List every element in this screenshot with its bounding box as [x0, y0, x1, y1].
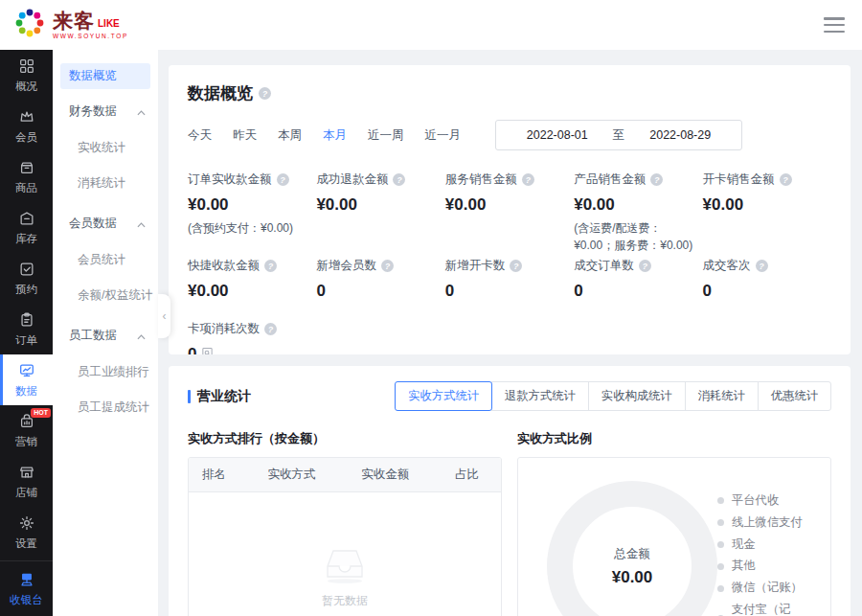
stat-value: 0 — [574, 282, 692, 301]
sidebar-item-products[interactable]: 商品 — [0, 151, 53, 202]
sidebar-item-orders[interactable]: 订单 — [0, 304, 53, 354]
date-tab-today[interactable]: 今天 — [188, 127, 212, 144]
app-window: 来客 LIKE WWW.SOYUN.TOP 概况 会员 商品 — [0, 0, 862, 616]
sidebar-item-label: 库存 — [15, 232, 37, 246]
legend-item[interactable]: 平台代收 — [717, 492, 809, 510]
chevron-up-icon — [137, 217, 146, 231]
legend-item[interactable]: 微信（记账） — [717, 580, 809, 597]
date-range-separator: 至 — [613, 127, 625, 144]
help-icon[interactable]: ? — [381, 260, 394, 272]
help-icon[interactable]: ? — [756, 260, 768, 272]
legend-item[interactable]: 现金 — [717, 536, 809, 554]
subnav-item-label: 员工业绩排行 — [78, 365, 149, 378]
business-stats-card: 营业统计 实收方式统计 退款方式统计 实收构成统计 消耗统计 优惠统计 实收方式… — [169, 366, 851, 616]
sidebar-item-overview[interactable]: 概况 — [0, 50, 53, 101]
legend-dot — [717, 541, 724, 548]
stat-label: 成交订单数 — [574, 258, 634, 274]
legend-label: 支付宝（记账） — [732, 602, 809, 616]
proportion-title: 实收方式比例 — [517, 430, 831, 447]
legend-label: 其他 — [732, 558, 756, 575]
donut-chart: 总金额 ¥0.00 — [547, 481, 717, 616]
logo-website: WWW.SOYUN.TOP — [53, 34, 128, 40]
sidebar-item-data[interactable]: 数据 — [0, 354, 53, 405]
tab-discount-stats[interactable]: 优惠统计 — [758, 381, 831, 411]
subnav-item-staff-commission[interactable]: 员工提成统计 — [53, 390, 158, 425]
subnav-group-staff[interactable]: 员工数据 — [53, 317, 158, 354]
legend-label: 现金 — [732, 536, 756, 554]
legend-item[interactable]: 其他 — [717, 558, 809, 575]
donut-center-label: 总金额 — [614, 546, 650, 562]
date-tab-yesterday[interactable]: 昨天 — [233, 127, 257, 144]
date-range-picker[interactable]: 2022-08-01 至 2022-08-29 — [495, 120, 742, 150]
stat-label: 成交客次 — [703, 258, 751, 274]
tab-receipt-method-stats[interactable]: 实收方式统计 — [395, 381, 492, 411]
logo-link[interactable]: 来客 LIKE WWW.SOYUN.TOP — [13, 7, 128, 43]
sidebar-item-label: 概况 — [15, 80, 37, 94]
sidebar-item-marketing[interactable]: HOT 营销 — [0, 405, 53, 456]
help-icon[interactable]: ? — [522, 173, 534, 186]
view-detail-icon[interactable] — [201, 345, 214, 354]
legend-item[interactable]: 支付宝（记账） — [717, 602, 809, 616]
subnav-group-finance[interactable]: 财务数据 — [53, 93, 158, 130]
chevron-up-icon — [137, 105, 146, 119]
gear-icon — [18, 514, 35, 534]
date-tab-last-week[interactable]: 近一周 — [368, 127, 404, 144]
help-icon[interactable]: ? — [639, 260, 651, 272]
help-icon[interactable]: ? — [277, 173, 289, 186]
sidebar-item-shop[interactable]: 店铺 — [0, 456, 53, 507]
calendar-check-icon — [18, 261, 35, 280]
collapse-arrow-icon: ‹ — [163, 309, 167, 323]
sidebar-collapse-handle[interactable]: ‹ — [158, 294, 170, 338]
empty-text: 暂无数据 — [322, 593, 368, 609]
menu-hamburger-icon[interactable] — [824, 17, 845, 33]
help-icon[interactable]: ? — [780, 173, 792, 186]
date-range-start[interactable]: 2022-08-01 — [527, 128, 588, 142]
stats-row-1: 订单实收款金额? ¥0.00 (含预约支付：¥0.00) 成功退款金额? ¥0.… — [188, 171, 831, 254]
sidebar-item-cashier[interactable]: 收银台 — [0, 561, 53, 616]
subnav-item-staff-rank[interactable]: 员工业绩排行 — [53, 354, 158, 390]
stat-value: ¥0.00 — [316, 195, 435, 215]
sidebar-bottom: 收银台 — [0, 560, 53, 616]
sidebar-item-booking[interactable]: 预约 — [0, 253, 53, 304]
primary-sidebar: 概况 会员 商品 库存 预约 订单 — [0, 50, 53, 616]
date-tab-last-month[interactable]: 近一月 — [425, 127, 462, 144]
help-icon[interactable]: ? — [264, 323, 277, 335]
top-header: 来客 LIKE WWW.SOYUN.TOP — [0, 0, 862, 50]
date-tab-this-month[interactable]: 本月 — [323, 127, 347, 144]
stats-row-3: 卡项消耗次数? 0 — [188, 321, 831, 354]
sidebar-item-members[interactable]: 会员 — [0, 101, 53, 151]
logo-pinwheel-icon — [13, 7, 46, 43]
subnav-item-balance-stats[interactable]: 余额/权益统计 — [53, 278, 158, 313]
subnav-item-label: 数据概览 — [69, 68, 117, 84]
sidebar-item-label: 会员 — [15, 130, 37, 145]
date-range-end[interactable]: 2022-08-29 — [649, 128, 711, 142]
sidebar-item-settings[interactable]: 设置 — [0, 507, 53, 558]
stat-deal-visits: 成交客次? 0 — [703, 258, 831, 308]
tab-receipt-composition-stats[interactable]: 实收构成统计 — [588, 381, 686, 411]
subnav-item-receipt-stats[interactable]: 实收统计 — [53, 130, 158, 166]
stat-new-cards: 新增开卡数? 0 — [445, 258, 574, 308]
tab-consume-stats[interactable]: 消耗统计 — [685, 381, 759, 411]
date-tab-this-week[interactable]: 本周 — [278, 127, 302, 144]
legend-label: 线上微信支付 — [732, 514, 803, 532]
help-icon[interactable]: ? — [510, 260, 522, 272]
help-icon[interactable]: ? — [264, 260, 277, 272]
subnav-item-data-overview[interactable]: 数据概览 — [60, 63, 150, 89]
subnav-group-members[interactable]: 会员数据 — [53, 205, 158, 242]
logo-name-en: LIKE — [98, 19, 120, 31]
help-icon[interactable]: ? — [393, 173, 405, 186]
sidebar-item-inventory[interactable]: 库存 — [0, 202, 53, 253]
stat-value: ¥0.00 — [703, 195, 822, 215]
help-icon[interactable]: ? — [650, 173, 663, 186]
legend-item[interactable]: 线上微信支付 — [717, 514, 809, 532]
help-icon[interactable]: ? — [259, 87, 271, 100]
subnav-group-label: 会员数据 — [69, 216, 117, 232]
stat-card-consume-count: 卡项消耗次数? 0 — [188, 321, 316, 354]
subnav-item-label: 实收统计 — [78, 141, 125, 154]
box-icon — [18, 159, 35, 178]
stat-value: 0 — [703, 282, 822, 301]
subnav-item-consume-stats[interactable]: 消耗统计 — [53, 166, 158, 201]
stat-value: ¥0.00 — [574, 195, 692, 215]
subnav-item-member-stats[interactable]: 会员统计 — [53, 242, 158, 278]
tab-refund-method-stats[interactable]: 退款方式统计 — [491, 381, 589, 411]
